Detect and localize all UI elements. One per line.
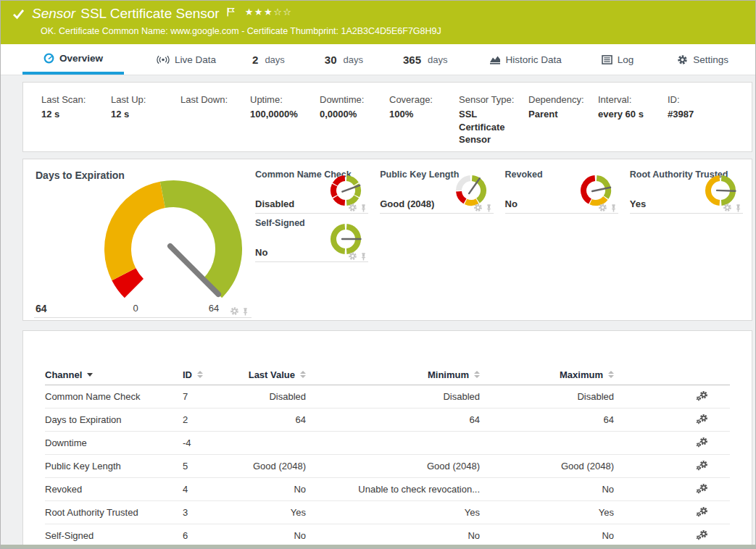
cell-actions: [614, 437, 730, 450]
table-header-row: ChannelIDLast ValueMinimumMaximum: [45, 364, 730, 385]
info-dependency: Dependency:Parent: [528, 94, 598, 151]
sort-icon: [608, 371, 614, 378]
tab-bar: OverviewLive Data2days30days365daysHisto…: [1, 44, 755, 75]
cell-last: Good (2048): [233, 461, 306, 472]
tab-label: days: [344, 54, 363, 65]
info-uptime: Uptime:100,0000%: [250, 94, 320, 151]
gauge-scale-min: 0: [133, 303, 138, 314]
gauge-pin-icon[interactable]: [610, 204, 617, 212]
table-row: Root Authority Trusted3YesYesYes: [45, 501, 730, 524]
tab-number: 2: [252, 54, 258, 66]
sensor-status-message: OK. Certificate Common Name: www.google.…: [41, 26, 441, 36]
cell-channel: Public Key Length: [45, 461, 183, 472]
gauge-settings-gear-icon[interactable]: [348, 251, 357, 261]
broadcast-icon: [157, 55, 170, 64]
gauge-settings-gear-icon[interactable]: [348, 203, 357, 212]
gauge-pin-icon[interactable]: [735, 204, 742, 212]
gauges-panel: Days to Expiration 64 0 64 Common Name C…: [22, 159, 752, 321]
gauge-settings-gear-icon[interactable]: [723, 203, 732, 212]
tab-label: Live Data: [175, 54, 216, 65]
cell-channel: Common Name Check: [45, 391, 183, 402]
gauge-tile-public-key-length: Public Key LengthGood (2048): [380, 165, 493, 214]
gauge-dial: [97, 177, 249, 301]
gauge-settings-gear-icon[interactable]: [230, 306, 239, 316]
cell-channel: Revoked: [45, 484, 183, 495]
cell-last: Yes: [233, 507, 306, 518]
tab-live-data[interactable]: Live Data: [157, 44, 216, 75]
prtg-sensor-page: SensorSSL Certificate Sensor ★★★☆☆ OK. C…: [0, 0, 756, 549]
sort-icon: [474, 371, 480, 378]
table-row: Public Key Length5Good (2048)Good (2048)…: [45, 455, 730, 478]
info-value: #3987: [668, 108, 727, 121]
column-header-channel[interactable]: Channel: [45, 369, 183, 380]
gauge-tile-root-authority-trusted: Root Authority TrustedYes: [630, 165, 743, 214]
tab-historic-data[interactable]: Historic Data: [489, 44, 562, 75]
channel-settings-icon[interactable]: [696, 506, 708, 519]
info-sensor-type: Sensor Type:SSL Certificate Sensor: [459, 94, 528, 151]
channel-settings-icon[interactable]: [696, 483, 708, 496]
tab-2-days[interactable]: 2days: [252, 44, 285, 75]
tab-settings[interactable]: Settings: [677, 44, 728, 75]
priority-flag-icon[interactable]: [227, 7, 235, 17]
channel-settings-icon[interactable]: [696, 460, 708, 473]
cell-max: 64: [480, 414, 614, 425]
cell-last: 64: [233, 414, 306, 425]
info-interval: Interval:every 60 s: [598, 94, 668, 151]
column-header-label: Last Value: [249, 369, 295, 380]
column-header-last-value[interactable]: Last Value: [233, 369, 306, 380]
gauge-tools: [473, 203, 492, 212]
info-last-scan: Last Scan:12 s: [41, 94, 111, 151]
info-value: 0,0000%: [320, 108, 379, 121]
status-ok-check-icon: [12, 8, 25, 20]
gauge-pin-icon[interactable]: [486, 204, 492, 212]
log-icon: [602, 55, 612, 64]
gauge-tools: [723, 203, 742, 212]
tab-label: Settings: [693, 54, 728, 65]
cell-min: 64: [306, 414, 480, 425]
cell-channel: Days to Expiration: [45, 414, 183, 425]
tab-overview[interactable]: Overview: [22, 44, 124, 75]
gauge-pin-icon[interactable]: [360, 204, 367, 212]
info-last-up: Last Up:12 s: [111, 94, 180, 151]
gauge-pin-icon[interactable]: [360, 253, 367, 261]
title-prefix: Sensor: [32, 6, 75, 21]
channel-settings-icon[interactable]: [696, 437, 708, 450]
channel-settings-icon[interactable]: [696, 414, 708, 427]
primary-gauge-value: 64: [36, 303, 47, 314]
info-value: 12 s: [41, 108, 101, 121]
cell-max: Good (2048): [480, 461, 614, 472]
tab-365-days[interactable]: 365days: [403, 44, 448, 75]
cell-actions: [614, 390, 730, 403]
sort-desc-icon: [87, 373, 93, 377]
sort-icon: [300, 371, 306, 378]
cell-min: Disabled: [306, 391, 480, 402]
info-label: Coverage:: [389, 94, 454, 105]
sensor-header: SensorSSL Certificate Sensor ★★★☆☆ OK. C…: [1, 1, 755, 44]
table-row: Revoked4NoUnable to check revocation...N…: [45, 478, 730, 501]
info-value: 12 s: [111, 108, 170, 121]
gauge-tile-self-signed: Self-SignedNo: [255, 214, 368, 262]
column-header-maximum[interactable]: Maximum: [480, 369, 614, 380]
info-value: 100,0000%: [250, 108, 310, 121]
gauge-pin-icon[interactable]: [242, 308, 249, 316]
cell-actions: [614, 506, 730, 519]
info-label: Uptime:: [250, 94, 315, 105]
column-header-id[interactable]: ID: [183, 369, 233, 380]
gauge-tile-title: Public Key Length: [380, 169, 459, 180]
cell-last: No: [233, 484, 306, 495]
gauge-tile-value: Good (2048): [380, 198, 434, 209]
gauge-tools: [230, 306, 249, 316]
gauge-needle: [717, 190, 735, 191]
cell-last: No: [233, 530, 306, 541]
channel-settings-icon[interactable]: [696, 529, 708, 542]
cell-id: 2: [183, 414, 233, 425]
tab-30-days[interactable]: 30days: [325, 44, 363, 75]
tab-label: Overview: [59, 53, 103, 64]
column-header-minimum[interactable]: Minimum: [306, 369, 480, 380]
tab-log[interactable]: Log: [602, 44, 634, 75]
gauge-settings-gear-icon[interactable]: [598, 203, 607, 212]
priority-star-rating[interactable]: ★★★☆☆: [245, 7, 293, 17]
gauge-settings-gear-icon[interactable]: [473, 203, 483, 212]
gauge-tools: [348, 203, 367, 212]
channel-settings-icon[interactable]: [696, 390, 708, 403]
